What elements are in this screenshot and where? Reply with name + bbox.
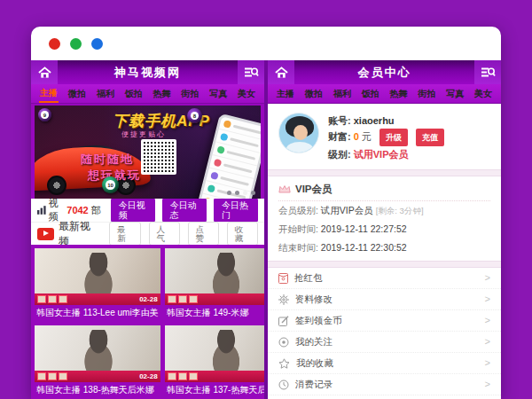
right-app-header: 会员中心 [268, 60, 501, 84]
chevron-right-icon: > [484, 273, 490, 284]
vip-section-title: VIP会员 [278, 183, 490, 201]
tab-fuli[interactable]: 福利 [332, 86, 352, 102]
video-title: 韩国女主播 113-Lee umi李由美 [35, 305, 160, 321]
banner-slogan: 随时随地 [81, 152, 134, 168]
chevron-right-icon: > [484, 379, 490, 390]
crown-icon [278, 184, 291, 194]
menu-item-label: 消费记录 [295, 379, 332, 391]
filter-favorites-button[interactable]: 收藏 [227, 222, 258, 246]
left-search-button[interactable] [238, 60, 264, 84]
browser-window: 神马视频网 主播 微拍 福利 饭拍 热舞 街拍 [31, 27, 501, 399]
account-row: 账号: xiaoerhu [328, 113, 444, 129]
follow-icon [278, 337, 289, 348]
tab-zhubo[interactable]: 主播 [276, 86, 295, 102]
today-updates-button[interactable]: 今日动态 [162, 198, 207, 223]
level-value: 试用VIP会员 [354, 149, 409, 160]
tab-weipai[interactable]: 微拍 [304, 86, 324, 102]
red-envelope-icon [278, 273, 288, 284]
window-dot-green[interactable] [70, 38, 82, 50]
video-card[interactable]: 02-28 韩国女主播 149-米娜 [165, 248, 264, 321]
app-download-banner[interactable]: 下载手机APP 便捷更贴心 随时随地 想玩就玩 9 [35, 106, 261, 199]
profile-section: 账号: xiaoerhu 财富: 0 元 升级 充值 级别: 试用VIP [268, 104, 501, 169]
avatar[interactable] [278, 113, 319, 153]
video-count-suffix: 部 [91, 204, 101, 217]
vip-end-value: 2019-12-11 22:30:52 [321, 242, 407, 253]
car-wheel [47, 176, 66, 195]
vip-start-value: 2019-12-11 22:27:52 [321, 223, 407, 234]
menu-item-sign-in[interactable]: 签到领金币 > [268, 310, 501, 332]
video-card[interactable]: 02-28 韩国女主播 113-Lee umi李由美 [35, 248, 160, 321]
filter-popular-button[interactable]: 人气 [149, 222, 180, 246]
video-card[interactable]: 02-28 韩国女主播 138-热舞天后米娜 [35, 325, 160, 398]
tab-rewu[interactable]: 热舞 [152, 86, 171, 102]
menu-item-my-follows[interactable]: 我的关注 > [268, 332, 501, 353]
right-search-button[interactable] [474, 60, 501, 84]
video-thumbnail: 02-28 [165, 325, 264, 382]
thumbnail-strip: 02-28 [35, 293, 160, 305]
section-divider [268, 169, 501, 176]
video-title: 韩国女主播 149-米娜 [165, 305, 264, 321]
vip-section: VIP会员 会员级别: 试用VIP会员 [剩余: 3分钟] 开始时间: 2019… [268, 176, 501, 261]
tab-fanpai[interactable]: 饭拍 [361, 86, 380, 102]
member-center-body: 账号: xiaoerhu 财富: 0 元 升级 充值 级别: 试用VIP [268, 104, 501, 399]
banner-wrap: 下载手机APP 便捷更贴心 随时随地 想玩就玩 9 [31, 104, 264, 199]
home-button[interactable] [268, 60, 294, 84]
carousel-dot[interactable] [251, 191, 255, 195]
tab-fanpai[interactable]: 饭拍 [124, 86, 144, 102]
upgrade-button[interactable]: 升级 [379, 129, 408, 146]
account-value: xiaoerhu [354, 115, 395, 126]
search-icon [481, 66, 496, 78]
video-thumbnail: 02-28 [35, 248, 160, 305]
menu-item-label: 资料修改 [295, 293, 332, 306]
carousel-dot[interactable] [235, 191, 239, 195]
menu-item-label: 签到领金币 [295, 315, 342, 327]
recharge-button[interactable]: 充值 [416, 129, 444, 146]
window-dot-blue[interactable] [91, 38, 103, 50]
vip-end-label: 结束时间: [278, 242, 318, 253]
billiard-ball-icon: 10 [102, 176, 119, 193]
menu-item-spend-history[interactable]: 消费记录 > [268, 374, 501, 395]
tab-fuli[interactable]: 福利 [96, 86, 115, 102]
right-page-title: 会员中心 [294, 60, 474, 84]
tab-xiezhen[interactable]: 写真 [208, 86, 228, 102]
play-icon [37, 228, 54, 240]
menu-item-label: 我的关注 [295, 336, 332, 348]
menu-item-label: 抢红包 [294, 272, 323, 285]
wealth-label: 财富: [328, 131, 351, 142]
tab-zhubo[interactable]: 主播 [39, 85, 59, 103]
vip-start-row: 开始时间: 2019-12-11 22:27:52 [278, 220, 490, 239]
home-button[interactable] [31, 60, 58, 84]
today-videos-button[interactable]: 今日视频 [111, 198, 155, 223]
filter-likes-button[interactable]: 点赞 [188, 222, 219, 246]
menu-item-edit-profile[interactable]: 资料修改 > [268, 289, 501, 310]
thumbnail-strip: 02-28 [35, 371, 160, 382]
tab-jiepai[interactable]: 街拍 [417, 86, 436, 102]
today-hot-button[interactable]: 今日热门 [214, 198, 258, 223]
tab-rewu[interactable]: 热舞 [388, 86, 408, 102]
window-titlebar [31, 27, 501, 60]
filter-newest-button[interactable]: 最新 [109, 222, 140, 246]
window-dot-red[interactable] [49, 38, 60, 50]
star-icon [278, 358, 290, 369]
menu-item-my-favorites[interactable]: 我的收藏 > [268, 353, 501, 374]
left-nav-tabs: 主播 微拍 福利 饭拍 热舞 街拍 写真 美女 [31, 84, 264, 104]
qr-code [141, 139, 176, 175]
video-count: 7042 [66, 205, 88, 215]
video-card[interactable]: 02-28 韩国女主播 137-热舞天后米娜 [165, 325, 264, 398]
carousel-dot-active[interactable] [243, 191, 247, 195]
tab-xiezhen[interactable]: 写真 [445, 86, 465, 102]
edit-icon [278, 316, 289, 326]
tab-meinv[interactable]: 美女 [237, 86, 256, 102]
video-date-badge: 02-28 [139, 295, 157, 303]
billiard-ball-icon: 8 [187, 108, 202, 123]
home-icon [38, 66, 51, 79]
carousel-dot[interactable] [227, 191, 231, 195]
search-icon [244, 66, 259, 78]
tab-weipai[interactable]: 微拍 [67, 86, 87, 102]
gear-icon [278, 294, 289, 305]
menu-item-vip-upgrade[interactable]: 会员升级 > [268, 395, 501, 399]
menu-item-red-envelope[interactable]: 抢红包 > [268, 268, 501, 289]
vip-start-label: 开始时间: [278, 223, 318, 234]
tab-meinv[interactable]: 美女 [473, 86, 493, 102]
tab-jiepai[interactable]: 街拍 [180, 86, 200, 102]
